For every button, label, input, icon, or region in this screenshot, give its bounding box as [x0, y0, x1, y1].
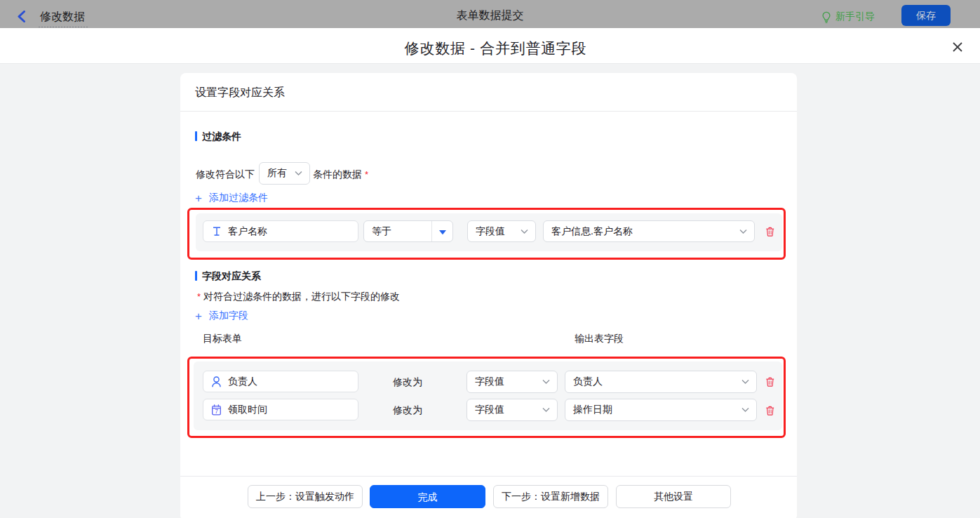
svg-text:7: 7 [215, 408, 218, 415]
